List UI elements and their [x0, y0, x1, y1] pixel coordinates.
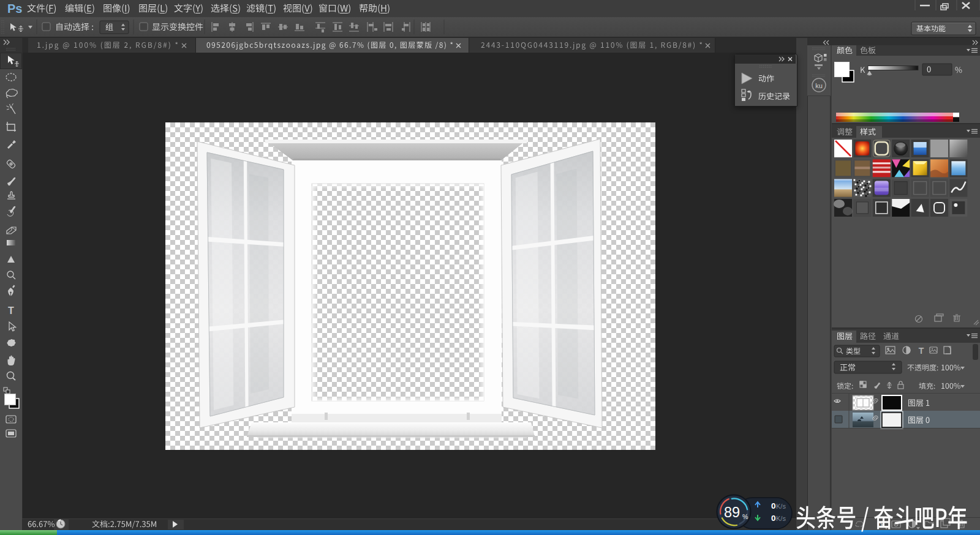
svg-text:0: 0 — [771, 514, 776, 523]
svg-text:T: T — [8, 305, 14, 316]
svg-text:89: 89 — [724, 504, 740, 520]
svg-text:K/s: K/s — [776, 515, 786, 522]
svg-text:T: T — [919, 346, 924, 356]
svg-text:0: 0 — [771, 501, 776, 511]
svg-text:ku: ku — [815, 82, 823, 89]
svg-text:Ps: Ps — [7, 2, 22, 15]
svg-text:%: % — [742, 513, 748, 520]
svg-text:K/s: K/s — [776, 503, 786, 510]
